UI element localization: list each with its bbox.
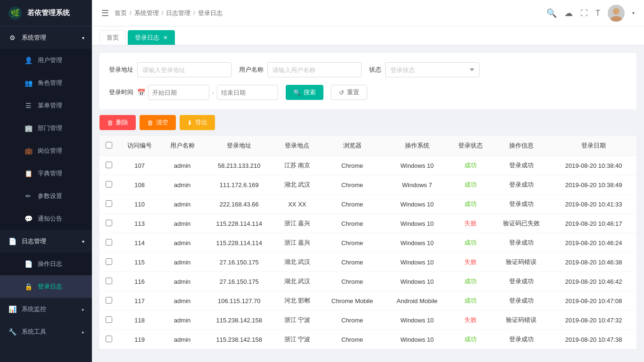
select-all-checkbox[interactable] bbox=[106, 142, 112, 148]
row-checkbox-9[interactable] bbox=[106, 336, 112, 342]
download-icon[interactable]: ☁ bbox=[564, 8, 573, 18]
cell-ip: 27.16.150.175 bbox=[204, 272, 275, 291]
start-date-input[interactable] bbox=[148, 85, 209, 100]
sidebar-item-role[interactable]: 👥 角色管理 bbox=[0, 72, 92, 94]
table-row: 117 admin 106.115.127.70 河北 邯郸 Chrome Mo… bbox=[99, 291, 636, 311]
row-checkbox-1[interactable] bbox=[106, 181, 112, 188]
clear-button[interactable]: 🗑 清空 bbox=[140, 115, 176, 130]
cell-id: 115 bbox=[118, 253, 161, 272]
sidebar-item-dept[interactable]: 🏢 部门管理 bbox=[0, 117, 92, 140]
sidebar-item-user[interactable]: 👤 用户管理 bbox=[0, 49, 92, 72]
cell-id: 114 bbox=[118, 233, 161, 253]
login-addr-input[interactable] bbox=[137, 62, 231, 77]
username-field: 用户名称 bbox=[239, 62, 362, 77]
cell-location: 浙江 嘉兴 bbox=[275, 214, 320, 233]
sidebar-item-monitor[interactable]: 📊 系统监控 ▸ bbox=[0, 298, 92, 321]
row-checkbox-7[interactable] bbox=[106, 297, 112, 304]
sidebar-item-oplog[interactable]: 📄 操作日志 bbox=[0, 253, 92, 275]
search-icon[interactable]: 🔍 bbox=[546, 8, 557, 18]
cell-date: 2019-08-20 10:38:49 bbox=[551, 175, 636, 195]
breadcrumb-home[interactable]: 首页 bbox=[115, 9, 127, 17]
breadcrumb-loginlog[interactable]: 登录日志 bbox=[198, 9, 223, 17]
cell-msg: 登录成功 bbox=[492, 272, 551, 291]
row-checkbox-8[interactable] bbox=[106, 316, 112, 323]
logo-icon: 🌿 bbox=[8, 6, 23, 21]
cell-id: 118 bbox=[118, 311, 161, 330]
sidebar-item-notice[interactable]: 💬 通知公告 bbox=[0, 207, 92, 230]
main-area: ☰ 首页 / 系统管理 / 日志管理 / 登录日志 🔍 ☁ ⛶ T bbox=[92, 0, 644, 362]
sidebar-item-loginlog[interactable]: 🔒 登录日志 bbox=[0, 275, 92, 298]
reset-btn-label: 重置 bbox=[347, 88, 359, 97]
sidebar-item-log[interactable]: 📄 日志管理 ▾ bbox=[0, 230, 92, 253]
export-icon: ⬇ bbox=[187, 119, 192, 126]
delete-button[interactable]: 🗑 删除 bbox=[99, 115, 136, 130]
tab-close-icon[interactable]: ✕ bbox=[163, 34, 168, 41]
reset-button[interactable]: ↺ 重置 bbox=[331, 85, 367, 100]
sidebar-item-param[interactable]: ✏ 参数设置 bbox=[0, 185, 92, 207]
breadcrumb-system[interactable]: 系统管理 bbox=[134, 9, 159, 17]
row-checkbox-3[interactable] bbox=[106, 220, 112, 226]
th-msg: 操作信息 bbox=[492, 136, 551, 156]
status-select[interactable]: 登录状态 成功 失败 bbox=[385, 62, 479, 77]
monitor-icon: 📊 bbox=[8, 304, 17, 314]
fullscreen-icon[interactable]: ⛶ bbox=[580, 9, 588, 17]
cell-username: admin bbox=[161, 233, 203, 253]
row-checkbox-4[interactable] bbox=[106, 239, 112, 246]
avatar[interactable] bbox=[608, 5, 625, 22]
notice-icon: 💬 bbox=[24, 214, 33, 223]
menu-toggle-button[interactable]: ☰ bbox=[101, 8, 109, 18]
user-dropdown-icon[interactable]: ▾ bbox=[632, 10, 635, 16]
tab-loginlog[interactable]: 登录日志 ✕ bbox=[128, 30, 175, 45]
chevron-icon: ▾ bbox=[82, 35, 84, 41]
fontsize-icon[interactable]: T bbox=[595, 9, 600, 17]
username-input[interactable] bbox=[267, 62, 362, 77]
row-checkbox-5[interactable] bbox=[106, 258, 112, 265]
cell-status: 成功 bbox=[449, 195, 492, 214]
table-row: 108 admin 111.172.6.169 湖北 武汉 Chrome Win… bbox=[99, 175, 636, 195]
export-button[interactable]: ⬇ 导出 bbox=[180, 115, 215, 130]
cell-location: 江苏 南京 bbox=[275, 156, 320, 175]
table-row: 107 admin 58.213.133.210 江苏 南京 Chrome Wi… bbox=[99, 156, 636, 175]
row-checkbox-2[interactable] bbox=[106, 200, 112, 207]
cell-browser: Chrome Mobile bbox=[320, 291, 385, 311]
breadcrumb-sep-3: / bbox=[193, 9, 195, 16]
cell-msg: 登录成功 bbox=[492, 156, 551, 175]
breadcrumb-log[interactable]: 日志管理 bbox=[166, 9, 190, 17]
login-addr-label: 登录地址 bbox=[109, 66, 133, 74]
breadcrumb: 首页 / 系统管理 / 日志管理 / 登录日志 bbox=[115, 9, 223, 17]
cell-status: 成功 bbox=[449, 175, 492, 195]
sidebar-item-dict[interactable]: 📋 字典管理 bbox=[0, 162, 92, 185]
search-button[interactable]: 🔍 搜索 bbox=[286, 85, 323, 100]
cell-location: 浙江 宁波 bbox=[275, 330, 320, 349]
chevron-monitor-icon: ▸ bbox=[82, 307, 84, 312]
login-addr-field: 登录地址 bbox=[109, 62, 231, 77]
cell-os: Windows 10 bbox=[385, 156, 449, 175]
sidebar-item-system[interactable]: ⚙ 系统管理 ▾ bbox=[0, 26, 92, 49]
tab-bar: 首页 登录日志 ✕ bbox=[92, 26, 644, 45]
table-body: 107 admin 58.213.133.210 江苏 南京 Chrome Wi… bbox=[99, 156, 636, 349]
chevron-log-icon: ▾ bbox=[82, 239, 84, 244]
cell-date: 2019-08-20 10:46:38 bbox=[551, 253, 636, 272]
table-header-row: 访问编号 用户名称 登录地址 登录地点 浏览器 操作系统 登录状态 操作信息 登… bbox=[99, 136, 636, 156]
th-date: 登录日期 bbox=[551, 136, 636, 156]
app-name: 若依管理系统 bbox=[27, 8, 70, 17]
sidebar-item-tools[interactable]: 🔧 系统工具 ▸ bbox=[0, 321, 92, 343]
row-checkbox-0[interactable] bbox=[106, 162, 112, 168]
cell-location: 浙江 嘉兴 bbox=[275, 233, 320, 253]
cell-location: 浙江 宁波 bbox=[275, 311, 320, 330]
cell-browser: Chrome bbox=[320, 272, 385, 291]
sidebar-item-post[interactable]: 💼 岗位管理 bbox=[0, 140, 92, 162]
end-date-input[interactable] bbox=[217, 85, 278, 100]
row-checkbox-cell bbox=[99, 291, 118, 311]
th-status: 登录状态 bbox=[449, 136, 492, 156]
tab-home[interactable]: 首页 bbox=[99, 30, 126, 45]
sidebar-item-menu[interactable]: ☰ 菜单管理 bbox=[0, 94, 92, 117]
cell-username: admin bbox=[161, 311, 203, 330]
cell-os: Windows 10 bbox=[385, 233, 449, 253]
cell-location: 湖北 武汉 bbox=[275, 272, 320, 291]
chevron-tools-icon: ▸ bbox=[82, 329, 84, 335]
cell-location: XX XX bbox=[275, 195, 320, 214]
cell-msg: 验证码错误 bbox=[492, 311, 551, 330]
svg-point-3 bbox=[611, 16, 622, 22]
row-checkbox-6[interactable] bbox=[106, 278, 112, 284]
